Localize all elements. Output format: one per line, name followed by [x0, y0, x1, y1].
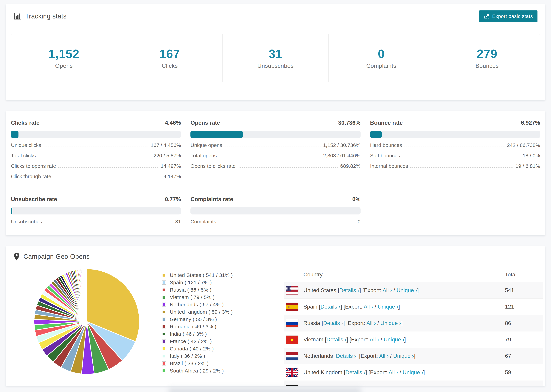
legend-item[interactable]: Vietnam ( 79 / 5% )	[162, 294, 266, 301]
rate-section: Opens rate 30.736% Unique opens 1,152 / …	[191, 119, 360, 180]
geo-pie-chart	[11, 267, 153, 386]
legend-label: Russia ( 86 / 5% )	[170, 287, 212, 293]
export-all-link[interactable]: All ›	[364, 304, 373, 310]
export-all-link[interactable]: All ›	[379, 353, 389, 359]
export-unique-link[interactable]: Unique ›	[393, 353, 414, 359]
geo-table-row: Russia [Details ›] [Export: All › / Uniq…	[284, 315, 543, 331]
dotted-leader	[404, 147, 504, 147]
legend-swatch	[162, 273, 166, 277]
rate-detail-label: Total opens	[191, 153, 217, 159]
legend-swatch	[162, 288, 166, 292]
stat-box: 0 Complaints	[328, 34, 434, 82]
country-name: United Kingdom	[304, 369, 342, 375]
rate-title: Clicks rate	[11, 119, 40, 126]
legend-item[interactable]: India ( 46 / 3% )	[162, 330, 266, 338]
rate-progress-bar	[11, 207, 181, 215]
country-flag-icon	[286, 303, 298, 311]
rate-section: Unsubscribe rate 0.77% Unsubscribes 31	[11, 196, 181, 225]
rate-progress-fill	[191, 131, 243, 138]
export-all-link[interactable]: All ›	[382, 287, 392, 293]
export-unique-link[interactable]: Unique ›	[403, 369, 423, 375]
dotted-leader	[219, 223, 355, 223]
export-unique-link[interactable]: Unique ›	[384, 336, 404, 343]
details-link[interactable]: Details ›	[323, 320, 343, 326]
country-total: 541	[505, 287, 543, 294]
rate-progress-bar	[191, 207, 360, 215]
stat-label: Bounces	[475, 63, 499, 69]
legend-item[interactable]: Netherlands ( 67 / 4% )	[162, 301, 266, 308]
rate-detail-row: Click through rate 4.147%	[11, 174, 181, 180]
rate-detail-value: 14.497%	[161, 163, 181, 169]
geo-table-row: Vietnam [Details ›] [Export: All › / Uni…	[284, 331, 543, 348]
stat-value: 167	[160, 47, 180, 61]
legend-label: Canada ( 40 / 2% )	[170, 346, 214, 352]
legend-label: Vietnam ( 79 / 5% )	[170, 294, 215, 300]
legend-label: France ( 42 / 2% )	[170, 338, 212, 344]
rate-detail-row: Unique opens 1,152 / 30.736%	[191, 142, 360, 148]
details-link[interactable]: Details ›	[339, 287, 359, 293]
legend-label: Netherlands ( 67 / 4% )	[170, 302, 224, 308]
details-link[interactable]: Details ›	[336, 353, 356, 359]
rate-detail-value: 2,303 / 61.446%	[323, 153, 360, 159]
stat-box: 31 Unsubscribes	[222, 34, 328, 82]
rate-detail-value: 689.82%	[340, 163, 360, 169]
country-name: Netherlands	[304, 353, 333, 359]
rate-detail-value: 4.147%	[164, 174, 181, 180]
export-all-link[interactable]: All ›	[366, 320, 376, 326]
legend-item[interactable]: United States ( 541 / 31% )	[162, 271, 266, 279]
rate-progress-bar	[191, 131, 360, 138]
rate-detail-label: Opens to clicks rate	[191, 163, 235, 169]
stat-box: 279 Bounces	[434, 34, 540, 82]
rate-detail-value: 220 / 5.87%	[154, 153, 181, 159]
details-link[interactable]: Details ›	[345, 369, 365, 375]
legend-label: South Africa ( 29 / 2% )	[170, 368, 224, 374]
export-unique-link[interactable]: Unique ›	[380, 320, 401, 326]
rate-value: 4.46%	[165, 119, 181, 126]
legend-swatch	[162, 280, 166, 285]
geo-table-row: Germany [Details ›] [Export: All › / Uni…	[284, 381, 543, 386]
stat-label: Complaints	[366, 63, 396, 69]
rate-detail-row: Total clicks 220 / 5.87%	[11, 153, 181, 159]
rate-detail-label: Internal bounces	[370, 163, 408, 169]
rate-detail-row: Unsubscribes 31	[11, 219, 181, 225]
legend-item[interactable]: Brazil ( 33 / 2% )	[162, 360, 266, 367]
rate-detail-value: 18 / 0%	[523, 153, 540, 159]
geo-table-header: Country Total	[284, 267, 543, 282]
country-name: Russia	[304, 320, 320, 326]
geo-header: Campaign Geo Opens	[6, 246, 545, 267]
legend-item[interactable]: Italy ( 36 / 2% )	[162, 352, 266, 360]
legend-item[interactable]: United Kingdom ( 59 / 3% )	[162, 308, 266, 315]
dotted-leader	[238, 168, 338, 168]
rate-progress-bar	[11, 131, 181, 138]
legend-item[interactable]: Russia ( 86 / 5% )	[162, 286, 266, 294]
export-unique-link[interactable]: Unique ›	[396, 287, 417, 293]
export-all-link[interactable]: All ›	[389, 369, 398, 375]
dotted-leader	[54, 178, 161, 178]
legend-label: Italy ( 36 / 2% )	[170, 353, 205, 359]
rate-value: 30.736%	[338, 119, 360, 126]
legend-item[interactable]: Spain ( 121 / 7% )	[162, 279, 266, 286]
details-link[interactable]: Details ›	[320, 304, 340, 310]
legend-item[interactable]: Canada ( 40 / 2% )	[162, 345, 266, 352]
dotted-leader	[58, 168, 158, 168]
geo-title: Campaign Geo Opens	[23, 253, 90, 260]
details-link[interactable]: Details ›	[326, 336, 346, 343]
legend-item[interactable]: Romania ( 49 / 3% )	[162, 323, 266, 330]
dotted-leader	[44, 223, 173, 223]
export-all-link[interactable]: All ›	[370, 336, 379, 343]
rate-title: Unsubscribe rate	[11, 196, 57, 203]
rate-detail-row: Total opens 2,303 / 61.446%	[191, 153, 360, 159]
legend-swatch	[162, 347, 166, 351]
tracking-stats-body: 1,152 Opens 167 Clicks 31 Unsubscribes 0…	[6, 28, 545, 100]
rate-detail-row: Soft bounces 18 / 0%	[370, 153, 540, 159]
legend-swatch	[162, 302, 166, 307]
export-basic-stats-button[interactable]: Export basic stats	[479, 10, 537, 22]
country-name: Vietnam	[304, 336, 323, 343]
legend-swatch	[162, 317, 166, 321]
stat-box: 167 Clicks	[117, 34, 222, 82]
export-unique-link[interactable]: Unique ›	[378, 304, 398, 310]
legend-item[interactable]: Germany ( 55 / 3% )	[162, 315, 266, 323]
legend-item[interactable]: France ( 42 / 2% )	[162, 338, 266, 345]
legend-item[interactable]: South Africa ( 29 / 2% )	[162, 367, 266, 374]
legend-swatch	[162, 361, 166, 365]
